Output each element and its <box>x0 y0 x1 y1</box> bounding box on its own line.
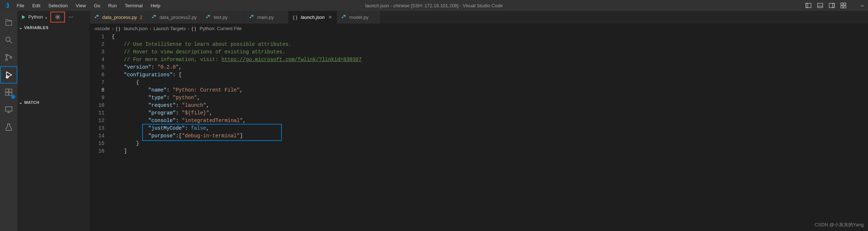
chevron-down-icon: ⌄ <box>19 100 23 105</box>
svg-rect-1 <box>806 3 808 8</box>
json-file-icon: { } <box>116 25 122 31</box>
python-file-icon <box>249 15 255 20</box>
editor-area: data_process.py 2 data_process2.py test.… <box>90 11 868 231</box>
menu-edit[interactable]: Edit <box>29 1 44 10</box>
svg-rect-6 <box>841 3 843 5</box>
testing-icon[interactable] <box>0 118 17 136</box>
line-numbers: 1 2 3 4 5 6 7 8 9 10 11 12 13 14 15 16 <box>90 33 112 231</box>
start-debugging-icon[interactable] <box>21 15 26 20</box>
tab-data-process[interactable]: data_process.py 2 <box>90 11 147 24</box>
svg-rect-4 <box>829 3 834 8</box>
run-debug-icon[interactable] <box>0 66 17 84</box>
menu-bar: File Edit Selection View Go Run Terminal… <box>13 1 164 10</box>
svg-rect-18 <box>9 89 12 92</box>
source-control-icon[interactable] <box>0 49 17 66</box>
svg-marker-15 <box>7 72 12 78</box>
menu-view[interactable]: View <box>72 1 90 10</box>
tab-label: launch.json <box>301 15 325 20</box>
tab-bar: data_process.py 2 data_process2.py test.… <box>90 11 868 24</box>
open-launch-json-button[interactable] <box>50 12 65 23</box>
more-actions-icon[interactable]: ⋯ <box>69 14 73 20</box>
menu-terminal[interactable]: Terminal <box>121 1 146 10</box>
debug-sidebar: Python ⌄ ⋯ ⌄ VARIABLES ⌄ WATCH <box>17 11 90 231</box>
tab-label: main.py <box>257 15 274 20</box>
svg-rect-21 <box>5 107 12 111</box>
editor-body[interactable]: 1 2 3 4 5 6 7 8 9 10 11 12 13 14 15 16 {… <box>90 33 868 231</box>
watermark: CSDN @小灰灰的Yang <box>815 222 864 228</box>
window-title: launch.json - chinese [SSH: 172.16.101.2… <box>365 3 503 8</box>
explorer-icon[interactable] <box>0 14 17 31</box>
tab-data-process2[interactable]: data_process2.py <box>147 11 202 24</box>
svg-marker-24 <box>22 15 25 19</box>
tab-label: data_process.py <box>102 15 137 20</box>
tab-model[interactable]: model.py <box>337 11 380 24</box>
minimize-icon[interactable]: ─ <box>859 3 865 8</box>
svg-rect-0 <box>806 3 811 8</box>
search-icon[interactable] <box>0 31 17 49</box>
python-file-icon <box>94 15 100 20</box>
tab-launch-json[interactable]: { } launch.json ✕ <box>288 11 337 24</box>
svg-rect-5 <box>832 3 834 8</box>
svg-rect-8 <box>841 6 843 8</box>
svg-point-10 <box>6 37 10 41</box>
svg-rect-19 <box>5 93 8 96</box>
variables-section[interactable]: ⌄ VARIABLES <box>17 23 90 32</box>
debug-config-row: Python ⌄ ⋯ <box>17 11 90 23</box>
svg-point-14 <box>10 57 12 58</box>
menu-help[interactable]: Help <box>147 1 164 10</box>
layout-customize-icon[interactable] <box>840 3 846 8</box>
breadcrumb[interactable]: .vscode › { } launch.json › Launch Targe… <box>90 24 868 33</box>
menu-go[interactable]: Go <box>90 1 104 10</box>
chevron-right-icon: › <box>112 26 114 31</box>
tab-test[interactable]: test.py <box>201 11 245 24</box>
breadcrumb-part[interactable]: .vscode <box>94 26 110 31</box>
chevron-down-icon: ⌄ <box>44 14 48 20</box>
python-file-icon <box>152 15 157 20</box>
vscode-icon <box>3 2 9 9</box>
remote-icon[interactable] <box>0 101 17 118</box>
layout-primary-icon[interactable] <box>806 3 811 8</box>
svg-rect-17 <box>5 89 8 92</box>
svg-rect-7 <box>844 3 846 5</box>
watch-section[interactable]: ⌄ WATCH <box>17 98 90 107</box>
layout-bottom-icon[interactable] <box>817 3 823 8</box>
title-bar: File Edit Selection View Go Run Terminal… <box>0 0 868 11</box>
svg-point-12 <box>6 54 8 56</box>
activity-bar <box>0 11 17 231</box>
tab-modified-count: 2 <box>140 15 142 20</box>
variables-label: VARIABLES <box>24 25 49 30</box>
code-content[interactable]: { // Use IntelliSense to learn about pos… <box>112 33 868 231</box>
json-file-icon: { } <box>293 15 299 20</box>
breadcrumb-part[interactable]: Launch Targets <box>153 26 186 31</box>
chevron-right-icon: › <box>188 26 189 31</box>
title-controls: ─ <box>806 3 865 8</box>
svg-point-13 <box>6 59 8 61</box>
breadcrumb-part[interactable]: Python: Current File <box>199 26 242 31</box>
svg-point-25 <box>57 16 59 18</box>
extensions-icon[interactable] <box>0 84 17 101</box>
tab-label: model.py <box>349 15 369 20</box>
chevron-right-icon: › <box>150 26 151 31</box>
svg-line-11 <box>10 41 12 43</box>
chevron-down-icon: ⌄ <box>19 25 23 30</box>
svg-rect-9 <box>844 6 846 8</box>
json-object-icon: { } <box>192 25 197 31</box>
menu-file[interactable]: File <box>13 1 28 10</box>
python-file-icon <box>206 15 211 20</box>
menu-selection[interactable]: Selection <box>45 1 71 10</box>
breadcrumb-part[interactable]: launch.json <box>124 26 148 31</box>
close-icon[interactable]: ✕ <box>328 15 332 20</box>
tab-label: data_process2.py <box>160 15 197 20</box>
extensions-badge <box>11 95 15 99</box>
tab-label: test.py <box>214 15 227 20</box>
debug-config-selector[interactable]: Python ⌄ <box>28 14 48 20</box>
debug-config-label: Python <box>28 14 43 20</box>
python-file-icon <box>341 15 347 20</box>
menu-run[interactable]: Run <box>104 1 120 10</box>
tab-main[interactable]: main.py <box>245 11 288 24</box>
watch-label: WATCH <box>24 100 40 105</box>
layout-secondary-icon[interactable] <box>829 3 835 8</box>
svg-rect-2 <box>818 3 823 8</box>
